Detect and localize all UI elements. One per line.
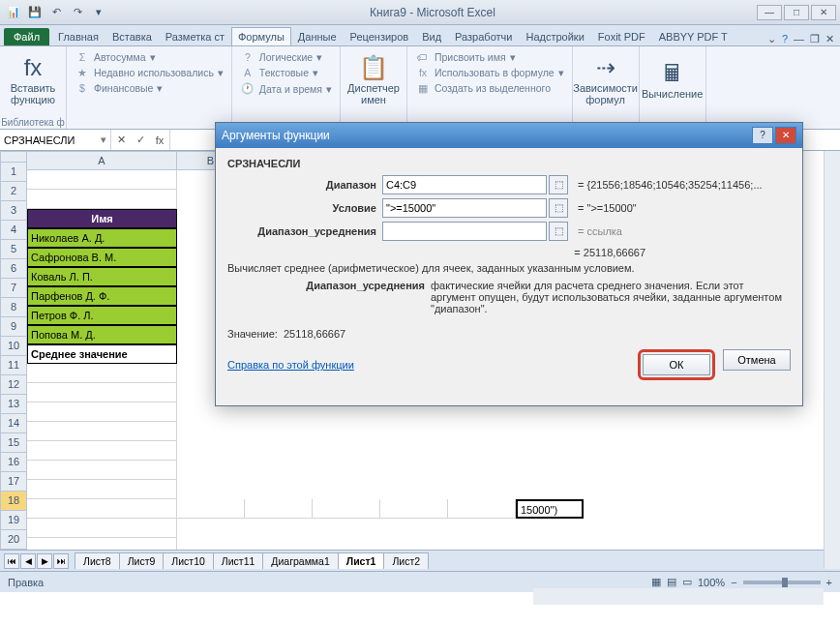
zoom-out-icon[interactable]: − xyxy=(731,577,736,588)
cell[interactable]: Попова М. Д. xyxy=(27,325,177,344)
arg-avgrange-input[interactable] xyxy=(382,222,547,241)
cell[interactable] xyxy=(27,422,177,441)
sheet-nav-prev-icon[interactable]: ◀ xyxy=(20,553,36,569)
arg-criteria-input[interactable] xyxy=(382,198,547,218)
cancel-button[interactable]: Отмена xyxy=(723,349,791,371)
row-header[interactable]: 19 xyxy=(0,511,27,530)
datetime-button[interactable]: 🕐Дата и время ▾ xyxy=(238,81,334,96)
row-header[interactable]: 9 xyxy=(0,317,27,337)
formula-deps-button[interactable]: ⇢ Зависимости формул xyxy=(579,48,633,112)
tab-foxit[interactable]: Foxit PDF xyxy=(591,27,652,45)
sheet-nav-last-icon[interactable]: ⏭ xyxy=(53,553,69,569)
row-header[interactable]: 17 xyxy=(0,472,27,492)
dialog-close-icon[interactable]: ✕ xyxy=(775,127,796,144)
sheet-tab[interactable]: Лист2 xyxy=(383,552,429,569)
calculation-button[interactable]: 🖩 Вычисление xyxy=(645,48,700,112)
close-button[interactable]: ✕ xyxy=(811,5,836,20)
cancel-formula-icon[interactable]: ✕ xyxy=(111,134,131,146)
tab-formulas[interactable]: Формулы xyxy=(231,27,291,45)
range-picker-icon[interactable]: ⬚ xyxy=(549,222,568,241)
cell-avg-label[interactable]: Среднее значение xyxy=(27,344,177,364)
insert-function-button[interactable]: fx Вставить функцию xyxy=(6,48,60,112)
ribbon-minimize-icon[interactable]: ⌄ xyxy=(767,33,776,45)
sheet-nav-next-icon[interactable]: ▶ xyxy=(37,553,52,569)
cell[interactable] xyxy=(27,480,177,499)
name-box-input[interactable] xyxy=(4,134,81,146)
sheet-tab[interactable]: Лист9 xyxy=(119,552,165,569)
zoom-label[interactable]: 100% xyxy=(698,577,725,588)
recent-button[interactable]: ★Недавно использовались ▾ xyxy=(73,66,225,79)
sheet-tab[interactable]: Лист10 xyxy=(163,552,214,569)
cell[interactable]: Николаев А. Д. xyxy=(27,228,177,248)
row-header[interactable]: 16 xyxy=(0,453,27,472)
tab-home[interactable]: Главная xyxy=(51,27,105,45)
sheet-tab[interactable]: Лист8 xyxy=(75,552,120,569)
help-icon[interactable]: ? xyxy=(782,33,788,45)
cell[interactable]: Коваль Л. П. xyxy=(27,267,177,286)
ok-button[interactable]: ОК xyxy=(643,354,710,375)
col-header[interactable]: A xyxy=(27,151,177,170)
view-layout-icon[interactable]: ▤ xyxy=(667,576,676,588)
row-header[interactable]: 18 xyxy=(0,492,27,511)
row-header[interactable]: 2 xyxy=(0,182,27,201)
select-all-corner[interactable] xyxy=(0,151,27,163)
excel-icon[interactable]: 📊 xyxy=(4,3,23,22)
tab-insert[interactable]: Вставка xyxy=(105,27,159,45)
tab-developer[interactable]: Разработчи xyxy=(448,27,519,45)
range-picker-icon[interactable]: ⬚ xyxy=(549,198,568,218)
tab-data[interactable]: Данные xyxy=(291,27,344,45)
cell[interactable] xyxy=(27,364,177,383)
define-name-button[interactable]: 🏷Присвоить имя ▾ xyxy=(413,50,566,64)
row-header[interactable]: 11 xyxy=(0,356,27,375)
cell[interactable] xyxy=(27,538,177,550)
cell[interactable]: Петров Ф. Л. xyxy=(27,306,177,325)
row-header[interactable]: 1 xyxy=(0,163,27,182)
row-header[interactable]: 3 xyxy=(0,201,27,221)
cell[interactable] xyxy=(27,519,177,538)
row-header[interactable]: 20 xyxy=(0,530,27,550)
cell[interactable] xyxy=(27,402,177,422)
row-header[interactable]: 15 xyxy=(0,433,27,453)
text-button[interactable]: AТекстовые ▾ xyxy=(238,66,334,79)
row-header[interactable]: 12 xyxy=(0,375,27,395)
view-break-icon[interactable]: ▭ xyxy=(682,576,692,588)
row-header[interactable]: 4 xyxy=(0,221,27,240)
function-help-link[interactable]: Справка по этой функции xyxy=(227,359,354,371)
zoom-in-icon[interactable]: + xyxy=(826,577,832,588)
cell[interactable] xyxy=(27,383,177,402)
maximize-button[interactable]: □ xyxy=(784,5,809,20)
minimize-button[interactable]: — xyxy=(757,5,782,20)
tab-review[interactable]: Рецензиров xyxy=(344,27,416,45)
row-header[interactable]: 6 xyxy=(0,259,27,279)
tab-abbyy[interactable]: ABBYY PDF T xyxy=(652,27,735,45)
file-tab[interactable]: Файл xyxy=(4,28,49,45)
redo-icon[interactable]: ↷ xyxy=(68,3,87,22)
row-header[interactable]: 7 xyxy=(0,279,27,298)
save-icon[interactable]: 💾 xyxy=(25,3,45,22)
cell[interactable] xyxy=(27,499,177,519)
range-picker-icon[interactable]: ⬚ xyxy=(549,175,568,194)
row-header[interactable]: 5 xyxy=(0,240,27,259)
horizontal-scrollbar[interactable] xyxy=(533,588,824,605)
tab-addins[interactable]: Надстройки xyxy=(519,27,590,45)
active-cell[interactable]: 15000") xyxy=(516,499,584,519)
doc-close-icon[interactable]: ✕ xyxy=(825,33,834,45)
cell[interactable]: Сафронова В. М. xyxy=(27,248,177,267)
logical-button[interactable]: ?Логические ▾ xyxy=(238,50,334,64)
vertical-scrollbar[interactable] xyxy=(824,151,840,569)
view-normal-icon[interactable]: ▦ xyxy=(651,576,661,588)
create-from-sel-button[interactable]: ▦Создать из выделенного xyxy=(413,81,566,95)
cell[interactable] xyxy=(27,461,177,480)
qat-dropdown-icon[interactable]: ▾ xyxy=(89,3,108,22)
cell-header[interactable]: Имя xyxy=(27,209,177,228)
name-box[interactable]: ▾ xyxy=(0,130,111,150)
name-manager-button[interactable]: 📋 Диспетчер имен xyxy=(346,48,401,112)
sheet-tab[interactable]: Диаграмма1 xyxy=(262,552,338,569)
row-header[interactable]: 14 xyxy=(0,414,27,433)
arg-range-input[interactable] xyxy=(382,175,547,194)
doc-restore-icon[interactable]: ❐ xyxy=(810,33,820,45)
dialog-help-icon[interactable]: ? xyxy=(752,127,773,144)
doc-min-icon[interactable]: — xyxy=(794,33,804,45)
sheet-nav-first-icon[interactable]: ⏮ xyxy=(4,553,19,569)
enter-formula-icon[interactable]: ✓ xyxy=(131,134,150,146)
